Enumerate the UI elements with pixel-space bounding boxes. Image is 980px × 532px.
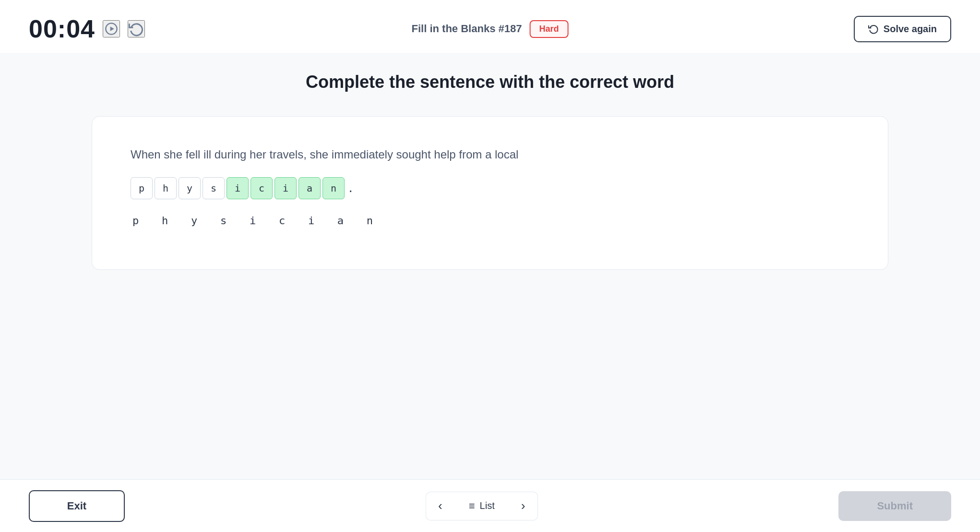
solve-again-label: Solve again [884,24,937,35]
letter-box-1[interactable]: h [155,177,177,199]
timer-section: 00:04 [29,14,145,43]
center-header: Fill in the Blanks #187 Hard [412,20,569,38]
puzzle-card: When she fell ill during her travels, sh… [92,116,888,270]
solve-again-button[interactable]: Solve again [854,16,951,42]
header: 00:04 Fill in the Blanks #187 Hard Solve… [0,0,980,53]
prev-button[interactable]: ‹ [426,492,454,520]
reset-button[interactable] [128,20,145,37]
letter-boxes-row: p h y s i c i a n . [131,177,849,199]
next-button[interactable]: › [509,492,538,520]
chevron-left-icon: ‹ [438,498,442,513]
difficulty-badge: Hard [529,20,568,38]
letter-box-3[interactable]: s [203,177,225,199]
letter-box-2[interactable]: y [179,177,201,199]
period: . [347,182,354,194]
list-button[interactable]: ≡ List [454,492,509,520]
footer: Exit ‹ ≡ List › Submit [0,479,980,532]
page-title: Complete the sentence with the correct w… [29,72,951,92]
nav-section: ‹ ≡ List › [426,492,538,520]
letter-box-5[interactable]: c [251,177,273,199]
timer-display: 00:04 [29,14,95,43]
puzzle-title: Fill in the Blanks #187 [412,23,522,35]
letter-box-7[interactable]: a [299,177,321,199]
reset-icon [129,21,144,36]
letter-box-6[interactable]: i [275,177,297,199]
play-button[interactable] [103,20,120,37]
list-icon: ≡ [469,500,475,512]
letter-box-4[interactable]: i [227,177,249,199]
play-icon [105,22,118,36]
list-label: List [480,500,495,511]
answer-row: p h y s i c i a n [131,215,849,227]
chevron-right-icon: › [521,498,526,513]
main-content: Complete the sentence with the correct w… [0,53,980,289]
svg-marker-1 [110,26,114,31]
letter-box-0[interactable]: p [131,177,153,199]
exit-button[interactable]: Exit [29,490,125,522]
submit-button[interactable]: Submit [838,491,951,521]
sentence-text: When she fell ill during her travels, sh… [131,145,849,164]
answer-display: p h y s i c i a n [132,215,374,227]
letter-box-8[interactable]: n [323,177,345,199]
solve-again-icon [868,24,879,34]
